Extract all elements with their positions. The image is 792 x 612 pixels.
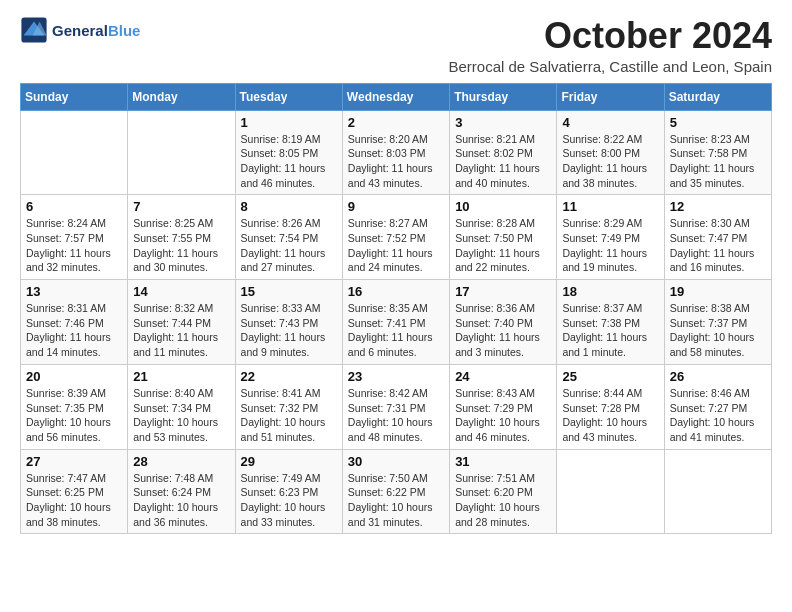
calendar-cell: 18Sunrise: 8:37 AM Sunset: 7:38 PM Dayli…: [557, 280, 664, 365]
day-number: 12: [670, 199, 766, 214]
day-detail: Sunrise: 8:38 AM Sunset: 7:37 PM Dayligh…: [670, 301, 766, 360]
calendar-cell: 19Sunrise: 8:38 AM Sunset: 7:37 PM Dayli…: [664, 280, 771, 365]
calendar-cell: 13Sunrise: 8:31 AM Sunset: 7:46 PM Dayli…: [21, 280, 128, 365]
calendar-cell: 26Sunrise: 8:46 AM Sunset: 7:27 PM Dayli…: [664, 364, 771, 449]
day-detail: Sunrise: 8:20 AM Sunset: 8:03 PM Dayligh…: [348, 132, 444, 191]
day-detail: Sunrise: 8:36 AM Sunset: 7:40 PM Dayligh…: [455, 301, 551, 360]
calendar-cell: 17Sunrise: 8:36 AM Sunset: 7:40 PM Dayli…: [450, 280, 557, 365]
day-number: 7: [133, 199, 229, 214]
day-detail: Sunrise: 8:42 AM Sunset: 7:31 PM Dayligh…: [348, 386, 444, 445]
calendar-cell: 15Sunrise: 8:33 AM Sunset: 7:43 PM Dayli…: [235, 280, 342, 365]
calendar-cell: 21Sunrise: 8:40 AM Sunset: 7:34 PM Dayli…: [128, 364, 235, 449]
day-detail: Sunrise: 7:49 AM Sunset: 6:23 PM Dayligh…: [241, 471, 337, 530]
day-detail: Sunrise: 8:35 AM Sunset: 7:41 PM Dayligh…: [348, 301, 444, 360]
calendar-cell: 9Sunrise: 8:27 AM Sunset: 7:52 PM Daylig…: [342, 195, 449, 280]
day-detail: Sunrise: 8:22 AM Sunset: 8:00 PM Dayligh…: [562, 132, 658, 191]
title-block: October 2024 Berrocal de Salvatierra, Ca…: [448, 16, 772, 75]
weekday-header: Thursday: [450, 83, 557, 110]
calendar-cell: 14Sunrise: 8:32 AM Sunset: 7:44 PM Dayli…: [128, 280, 235, 365]
day-detail: Sunrise: 8:40 AM Sunset: 7:34 PM Dayligh…: [133, 386, 229, 445]
day-detail: Sunrise: 8:29 AM Sunset: 7:49 PM Dayligh…: [562, 216, 658, 275]
day-detail: Sunrise: 7:50 AM Sunset: 6:22 PM Dayligh…: [348, 471, 444, 530]
day-detail: Sunrise: 8:43 AM Sunset: 7:29 PM Dayligh…: [455, 386, 551, 445]
day-number: 13: [26, 284, 122, 299]
day-detail: Sunrise: 7:48 AM Sunset: 6:24 PM Dayligh…: [133, 471, 229, 530]
calendar-cell: 29Sunrise: 7:49 AM Sunset: 6:23 PM Dayli…: [235, 449, 342, 534]
weekday-header: Tuesday: [235, 83, 342, 110]
day-number: 28: [133, 454, 229, 469]
day-number: 3: [455, 115, 551, 130]
calendar-cell: [21, 110, 128, 195]
day-number: 4: [562, 115, 658, 130]
calendar-cell: [557, 449, 664, 534]
day-number: 2: [348, 115, 444, 130]
logo-icon: [20, 16, 48, 44]
day-number: 23: [348, 369, 444, 384]
day-detail: Sunrise: 8:37 AM Sunset: 7:38 PM Dayligh…: [562, 301, 658, 360]
day-detail: Sunrise: 8:33 AM Sunset: 7:43 PM Dayligh…: [241, 301, 337, 360]
calendar-week-row: 1Sunrise: 8:19 AM Sunset: 8:05 PM Daylig…: [21, 110, 772, 195]
day-detail: Sunrise: 8:21 AM Sunset: 8:02 PM Dayligh…: [455, 132, 551, 191]
day-detail: Sunrise: 7:51 AM Sunset: 6:20 PM Dayligh…: [455, 471, 551, 530]
calendar-cell: 31Sunrise: 7:51 AM Sunset: 6:20 PM Dayli…: [450, 449, 557, 534]
day-number: 18: [562, 284, 658, 299]
calendar-cell: 3Sunrise: 8:21 AM Sunset: 8:02 PM Daylig…: [450, 110, 557, 195]
day-number: 25: [562, 369, 658, 384]
day-number: 20: [26, 369, 122, 384]
day-number: 22: [241, 369, 337, 384]
day-detail: Sunrise: 8:31 AM Sunset: 7:46 PM Dayligh…: [26, 301, 122, 360]
calendar-week-row: 13Sunrise: 8:31 AM Sunset: 7:46 PM Dayli…: [21, 280, 772, 365]
calendar-cell: [664, 449, 771, 534]
day-number: 6: [26, 199, 122, 214]
weekday-header: Monday: [128, 83, 235, 110]
calendar-cell: 27Sunrise: 7:47 AM Sunset: 6:25 PM Dayli…: [21, 449, 128, 534]
weekday-header: Sunday: [21, 83, 128, 110]
day-detail: Sunrise: 8:44 AM Sunset: 7:28 PM Dayligh…: [562, 386, 658, 445]
page-header: GeneralBlue October 2024 Berrocal de Sal…: [20, 16, 772, 75]
day-number: 8: [241, 199, 337, 214]
weekday-header: Saturday: [664, 83, 771, 110]
day-detail: Sunrise: 8:25 AM Sunset: 7:55 PM Dayligh…: [133, 216, 229, 275]
calendar-cell: 20Sunrise: 8:39 AM Sunset: 7:35 PM Dayli…: [21, 364, 128, 449]
calendar-cell: 22Sunrise: 8:41 AM Sunset: 7:32 PM Dayli…: [235, 364, 342, 449]
logo: GeneralBlue: [20, 16, 140, 44]
calendar-cell: 30Sunrise: 7:50 AM Sunset: 6:22 PM Dayli…: [342, 449, 449, 534]
calendar-cell: 28Sunrise: 7:48 AM Sunset: 6:24 PM Dayli…: [128, 449, 235, 534]
calendar-cell: 5Sunrise: 8:23 AM Sunset: 7:58 PM Daylig…: [664, 110, 771, 195]
calendar-header-row: SundayMondayTuesdayWednesdayThursdayFrid…: [21, 83, 772, 110]
calendar-cell: 16Sunrise: 8:35 AM Sunset: 7:41 PM Dayli…: [342, 280, 449, 365]
page-subtitle: Berrocal de Salvatierra, Castille and Le…: [448, 58, 772, 75]
page-title: October 2024: [448, 16, 772, 56]
calendar-week-row: 27Sunrise: 7:47 AM Sunset: 6:25 PM Dayli…: [21, 449, 772, 534]
weekday-header: Wednesday: [342, 83, 449, 110]
calendar-cell: 8Sunrise: 8:26 AM Sunset: 7:54 PM Daylig…: [235, 195, 342, 280]
day-number: 16: [348, 284, 444, 299]
day-detail: Sunrise: 8:26 AM Sunset: 7:54 PM Dayligh…: [241, 216, 337, 275]
calendar-cell: [128, 110, 235, 195]
day-number: 30: [348, 454, 444, 469]
calendar-week-row: 20Sunrise: 8:39 AM Sunset: 7:35 PM Dayli…: [21, 364, 772, 449]
day-detail: Sunrise: 8:27 AM Sunset: 7:52 PM Dayligh…: [348, 216, 444, 275]
day-detail: Sunrise: 8:32 AM Sunset: 7:44 PM Dayligh…: [133, 301, 229, 360]
day-detail: Sunrise: 8:46 AM Sunset: 7:27 PM Dayligh…: [670, 386, 766, 445]
day-number: 26: [670, 369, 766, 384]
day-number: 27: [26, 454, 122, 469]
day-number: 10: [455, 199, 551, 214]
calendar-cell: 10Sunrise: 8:28 AM Sunset: 7:50 PM Dayli…: [450, 195, 557, 280]
day-detail: Sunrise: 7:47 AM Sunset: 6:25 PM Dayligh…: [26, 471, 122, 530]
day-detail: Sunrise: 8:19 AM Sunset: 8:05 PM Dayligh…: [241, 132, 337, 191]
day-detail: Sunrise: 8:30 AM Sunset: 7:47 PM Dayligh…: [670, 216, 766, 275]
calendar-cell: 7Sunrise: 8:25 AM Sunset: 7:55 PM Daylig…: [128, 195, 235, 280]
day-detail: Sunrise: 8:41 AM Sunset: 7:32 PM Dayligh…: [241, 386, 337, 445]
logo-text: GeneralBlue: [52, 22, 140, 39]
calendar-table: SundayMondayTuesdayWednesdayThursdayFrid…: [20, 83, 772, 535]
day-number: 24: [455, 369, 551, 384]
day-detail: Sunrise: 8:24 AM Sunset: 7:57 PM Dayligh…: [26, 216, 122, 275]
day-number: 29: [241, 454, 337, 469]
calendar-cell: 1Sunrise: 8:19 AM Sunset: 8:05 PM Daylig…: [235, 110, 342, 195]
calendar-cell: 6Sunrise: 8:24 AM Sunset: 7:57 PM Daylig…: [21, 195, 128, 280]
day-number: 19: [670, 284, 766, 299]
day-number: 17: [455, 284, 551, 299]
calendar-cell: 23Sunrise: 8:42 AM Sunset: 7:31 PM Dayli…: [342, 364, 449, 449]
calendar-cell: 4Sunrise: 8:22 AM Sunset: 8:00 PM Daylig…: [557, 110, 664, 195]
